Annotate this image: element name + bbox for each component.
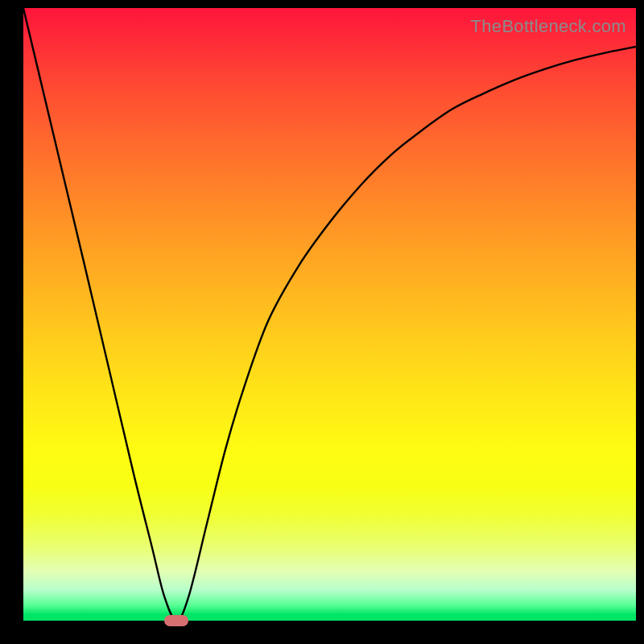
plot-area: TheBottleneck.com — [23, 8, 636, 621]
curve-layer — [23, 8, 636, 621]
bottleneck-curve — [23, 8, 636, 621]
chart-frame: TheBottleneck.com — [0, 0, 644, 644]
optimum-marker — [164, 615, 188, 626]
